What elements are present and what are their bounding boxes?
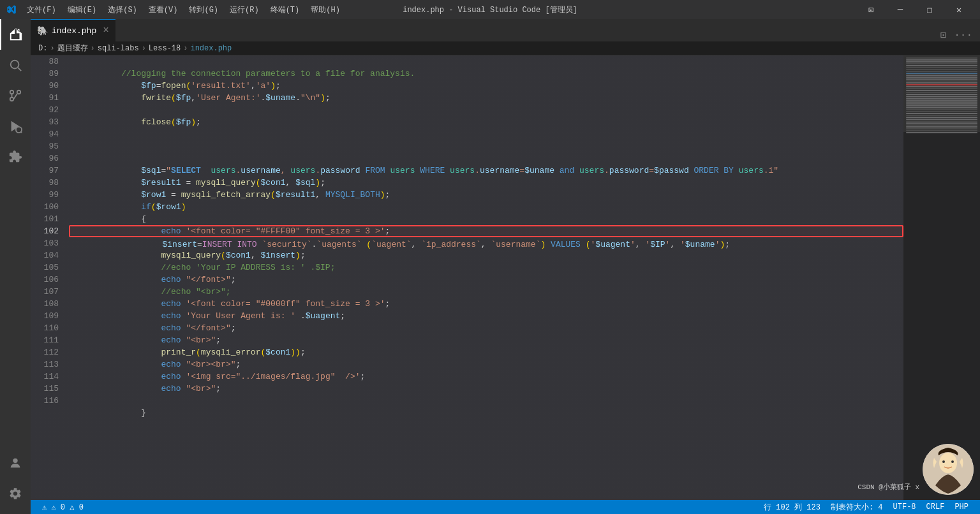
- minimap-slider[interactable]: [903, 55, 980, 132]
- status-row: 行 102: [764, 502, 790, 513]
- svg-point-12: [939, 453, 957, 473]
- menu-terminal[interactable]: 终端(T): [265, 3, 305, 17]
- breadcrumb-folder2: sqli-labs: [98, 44, 139, 53]
- layout-icon[interactable]: ⊡: [856, 0, 886, 19]
- line-num-92: 92: [31, 104, 64, 116]
- svg-point-13: [942, 460, 945, 463]
- minimize-button[interactable]: ─: [886, 0, 915, 19]
- code-line-93: [69, 116, 903, 128]
- line-num-111: 111: [31, 334, 64, 346]
- run-debug-icon[interactable]: [0, 111, 31, 142]
- more-actions-icon[interactable]: ···: [951, 29, 975, 41]
- svg-marker-7: [11, 121, 20, 132]
- settings-icon[interactable]: [0, 478, 31, 509]
- titlebar-menu: 文件(F) 编辑(E) 选择(S) 查看(V) 转到(G) 运行(R) 终端(T…: [22, 3, 345, 17]
- code-line-98: $row1 = mysqli_fetch_array($result1, MYS…: [69, 177, 903, 189]
- active-tab[interactable]: 🐘 index.php ×: [31, 19, 115, 41]
- breadcrumb-folder1: 题目缓存: [57, 43, 88, 54]
- menu-edit[interactable]: 编辑(E): [63, 3, 102, 17]
- menu-select[interactable]: 选择(S): [103, 3, 142, 17]
- code-line-97: $result1 = mysqli_query($con1, $sql);: [69, 165, 903, 177]
- tabs-bar: 🐘 index.php × ⊡ ···: [31, 19, 980, 41]
- code-line-105: echo "</font>";: [69, 261, 903, 274]
- code-line-99: if($row1): [69, 189, 903, 201]
- code-line-95: [69, 140, 903, 152]
- line-num-115: 115: [31, 383, 64, 395]
- close-button[interactable]: ✕: [944, 0, 974, 19]
- tab-file-icon: 🐘: [37, 26, 48, 36]
- csdn-avatar: [923, 444, 974, 495]
- vscode-icon: [6, 4, 17, 15]
- avatar-svg: [923, 444, 974, 495]
- maximize-button[interactable]: ❐: [915, 0, 944, 19]
- activity-bottom: [0, 448, 31, 509]
- status-errors[interactable]: ⚠ ⚠ 0 △ 0: [37, 500, 89, 514]
- line-num-97: 97: [31, 165, 64, 177]
- menu-view[interactable]: 查看(V): [144, 3, 183, 17]
- menu-help[interactable]: 帮助(H): [306, 3, 345, 17]
- minimap[interactable]: [903, 55, 980, 500]
- error-count: ⚠ 0 △ 0: [51, 503, 83, 512]
- code-editor[interactable]: //logging the connection parameters to a…: [69, 55, 903, 500]
- status-right: 行 102 列 123 制表符大小: 4 UTF-8 CRLF PHP: [759, 500, 974, 514]
- line-num-95: 95: [31, 140, 64, 152]
- code-line-102: $insert=INSERT INTO `security`.`uagents`…: [69, 225, 903, 237]
- code-line-110: echo "<br>";: [69, 322, 903, 334]
- code-line-91: [69, 92, 903, 104]
- svg-point-4: [10, 91, 14, 94]
- code-line-113: echo '<img src="../images/flag.jpg" />';: [69, 358, 903, 371]
- code-line-96: $sql="SELECT users.username, users.passw…: [69, 152, 903, 165]
- menu-run[interactable]: 运行(R): [225, 3, 264, 17]
- tab-close-button[interactable]: ×: [103, 25, 109, 36]
- menu-file[interactable]: 文件(F): [22, 3, 61, 17]
- line-num-100: 100: [31, 201, 64, 213]
- status-col: 列 123: [794, 502, 820, 513]
- tabs-actions: ⊡ ···: [938, 29, 980, 41]
- code-line-112: echo "<br><br>";: [69, 346, 903, 358]
- svg-point-2: [10, 98, 14, 101]
- window-title: index.php - Visual Studio Code [管理员]: [403, 4, 577, 15]
- status-encoding[interactable]: UTF-8: [888, 500, 921, 514]
- status-eol[interactable]: CRLF: [921, 500, 950, 514]
- titlebar: 文件(F) 编辑(E) 选择(S) 查看(V) 转到(G) 运行(R) 终端(T…: [0, 0, 980, 19]
- code-line-107: echo '<font color= "#0000ff" font_size =…: [69, 286, 903, 298]
- line-num-102: 102: [31, 225, 64, 237]
- breadcrumb: D: › 题目缓存 › sqli-labs › Less-18 › index.…: [31, 41, 980, 55]
- source-control-icon[interactable]: [0, 80, 31, 111]
- line-numbers: 88 89 90 91 92 93 94 95 96 97 98 99 100 …: [31, 55, 69, 500]
- code-line-89: $fp=fopen('result.txt','a');: [69, 68, 903, 80]
- status-row-col[interactable]: 行 102 列 123: [759, 500, 826, 514]
- status-encoding-label: UTF-8: [893, 503, 916, 511]
- svg-point-0: [11, 61, 19, 69]
- line-num-96: 96: [31, 152, 64, 165]
- line-num-114: 114: [31, 371, 64, 383]
- activity-bar: [0, 19, 31, 514]
- code-line-94: [69, 128, 903, 140]
- split-editor-icon[interactable]: ⊡: [938, 29, 949, 41]
- code-line-88: //logging the connection parameters to a…: [69, 55, 903, 68]
- code-line-109: echo "</font>";: [69, 310, 903, 322]
- breadcrumb-folder3: Less-18: [149, 44, 181, 53]
- status-spaces[interactable]: 制表符大小: 4: [826, 500, 888, 514]
- extensions-icon[interactable]: [0, 142, 31, 172]
- search-icon[interactable]: [0, 50, 31, 80]
- account-icon[interactable]: [0, 448, 31, 478]
- status-spaces-label: 制表符大小: 4: [831, 502, 883, 513]
- line-num-98: 98: [31, 177, 64, 189]
- menu-goto[interactable]: 转到(G): [184, 3, 223, 17]
- code-line-101: echo '<font color= "#FFFF00" font_size =…: [69, 213, 903, 225]
- line-num-104: 104: [31, 249, 64, 261]
- titlebar-left: 文件(F) 编辑(E) 选择(S) 查看(V) 转到(G) 运行(R) 终端(T…: [6, 3, 345, 17]
- line-num-113: 113: [31, 358, 64, 371]
- code-line-92: fclose($fp);: [69, 104, 903, 116]
- editor-content[interactable]: 88 89 90 91 92 93 94 95 96 97 98 99 100 …: [31, 55, 980, 500]
- line-num-103: 103: [31, 237, 64, 249]
- code-line-116: }: [69, 395, 903, 407]
- code-line-90: fwrite($fp,'User Agent:'.$uname."\n");: [69, 80, 903, 92]
- status-language[interactable]: PHP: [949, 500, 974, 514]
- line-num-101: 101: [31, 213, 64, 225]
- explorer-icon[interactable]: [0, 19, 31, 50]
- svg-point-3: [17, 91, 21, 94]
- app-container: 🐘 index.php × ⊡ ··· D: › 题目缓存 › sqli-lab…: [0, 19, 980, 514]
- line-num-91: 91: [31, 92, 64, 104]
